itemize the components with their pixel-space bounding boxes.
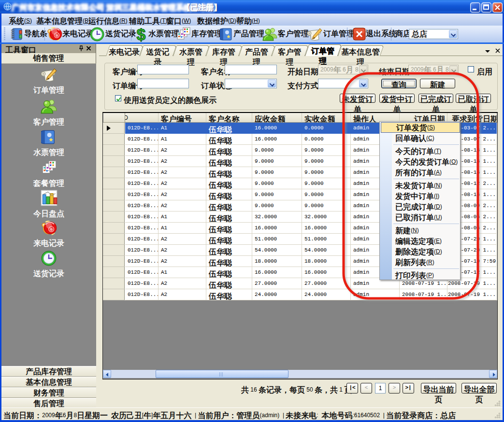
svg-text:$: $ (137, 27, 146, 42)
